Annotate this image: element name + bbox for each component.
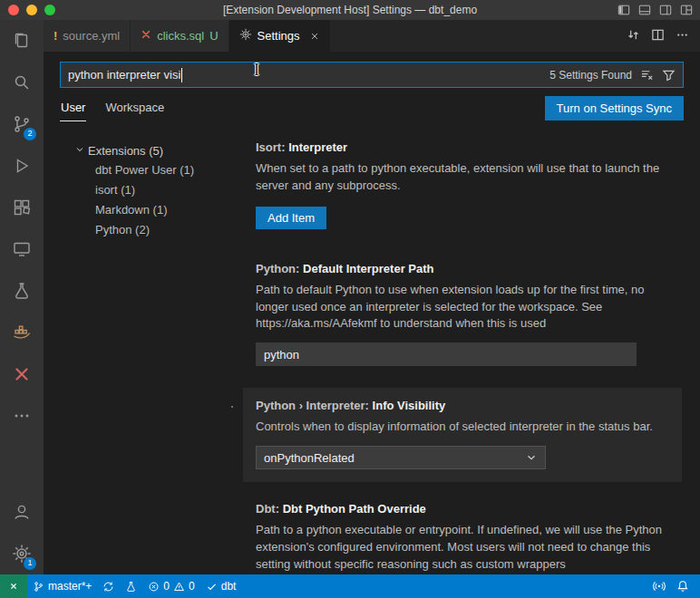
error-count: 0 bbox=[163, 580, 170, 593]
window-controls bbox=[8, 5, 55, 15]
toc-extensions[interactable]: Extensions (5) bbox=[44, 140, 231, 160]
clear-search-results-icon[interactable] bbox=[640, 68, 654, 82]
git-branch-status[interactable]: master*+ bbox=[27, 574, 97, 598]
activity-bar: 2 1 bbox=[0, 20, 44, 574]
search-query-text: python interpreter visi bbox=[68, 68, 180, 82]
warning-icon bbox=[173, 581, 185, 593]
more-views-icon[interactable] bbox=[0, 395, 44, 437]
status-beaker-icon[interactable] bbox=[120, 574, 142, 598]
manage-gear-icon[interactable]: 1 bbox=[0, 533, 44, 574]
select-value: onPythonRelated bbox=[264, 451, 355, 465]
setting-description: Path to a python executable or entrypoin… bbox=[256, 522, 669, 574]
minimize-window-button[interactable] bbox=[26, 5, 37, 15]
editor-actions bbox=[616, 20, 700, 52]
setting-name: Interpreter bbox=[288, 140, 347, 154]
remote-explorer-icon[interactable] bbox=[0, 228, 44, 270]
status-bar-right bbox=[647, 574, 700, 598]
text-caret bbox=[181, 68, 182, 82]
toc-markdown[interactable]: Markdown (1) bbox=[44, 200, 231, 220]
testing-icon[interactable] bbox=[0, 270, 44, 312]
more-actions-icon[interactable] bbox=[676, 28, 689, 44]
notifications-bell-icon[interactable] bbox=[671, 574, 695, 598]
vscode-window: [Extension Development Host] Settings — … bbox=[0, 0, 700, 598]
settings-list: Isort: Interpreter When set to a path to… bbox=[231, 124, 700, 574]
toc-dbt-power-user[interactable]: dbt Power User (1) bbox=[44, 160, 231, 180]
chevron-down-icon bbox=[74, 144, 85, 158]
editor-tab-bar: ! source.yml clicks.sql U Settings bbox=[44, 20, 700, 52]
results-count: 5 Settings Found bbox=[549, 69, 632, 82]
tab-label: Settings bbox=[258, 29, 300, 43]
setting-category: Python: bbox=[256, 262, 299, 275]
status-bar: master*+ 0 0 dbt bbox=[0, 574, 700, 598]
scope-tab-workspace[interactable]: Workspace bbox=[104, 94, 165, 121]
setting-description: Controls when to display information of … bbox=[256, 419, 669, 436]
split-editor-icon[interactable] bbox=[651, 28, 665, 44]
add-item-button[interactable]: Add Item bbox=[256, 207, 326, 229]
broadcast-icon[interactable] bbox=[647, 574, 671, 598]
warning-count: 0 bbox=[189, 580, 195, 593]
info-visibility-select[interactable]: onPythonRelated bbox=[256, 446, 546, 469]
setting-name: Dbt Python Path Override bbox=[283, 502, 426, 516]
filter-icon[interactable] bbox=[662, 68, 676, 82]
dbt-status[interactable]: dbt bbox=[200, 574, 242, 598]
setting-title: Python › Interpreter: Info Visibility bbox=[256, 399, 669, 412]
open-changes-icon[interactable] bbox=[627, 28, 640, 44]
titlebar-layout-controls bbox=[617, 0, 693, 20]
setting-title: Dbt: Dbt Python Path Override bbox=[256, 502, 669, 516]
toc-isort[interactable]: isort (1) bbox=[44, 180, 231, 200]
source-control-badge: 2 bbox=[24, 128, 36, 140]
problems-status[interactable]: 0 0 bbox=[142, 574, 199, 598]
close-window-button[interactable] bbox=[8, 5, 19, 15]
tab-settings[interactable]: Settings bbox=[229, 20, 331, 52]
setting-description: When set to a path to python executable,… bbox=[256, 160, 669, 195]
run-and-debug-icon[interactable] bbox=[0, 145, 44, 187]
settings-search-row: python interpreter visi 5 Settings Found… bbox=[44, 52, 700, 92]
extension-docker-icon[interactable] bbox=[0, 312, 44, 353]
setting-name: Default Interpreter Path bbox=[303, 262, 433, 275]
default-interpreter-path-input[interactable] bbox=[256, 342, 637, 366]
extension-x-icon[interactable] bbox=[0, 353, 44, 395]
titlebar: [Extension Development Host] Settings — … bbox=[0, 0, 700, 20]
search-icon[interactable] bbox=[0, 62, 44, 103]
tab-source-yml[interactable]: ! source.yml bbox=[44, 20, 131, 52]
tab-label: clicks.sql bbox=[157, 29, 204, 43]
toggle-panel-left-icon[interactable] bbox=[617, 4, 630, 16]
extensions-icon[interactable] bbox=[0, 187, 44, 228]
settings-gear-icon bbox=[239, 28, 252, 43]
manage-badge: 1 bbox=[24, 557, 36, 570]
toggle-panel-bottom-icon[interactable] bbox=[638, 4, 651, 16]
settings-editor: python interpreter visi 5 Settings Found… bbox=[44, 52, 700, 574]
settings-toc: Extensions (5) dbt Power User (1) isort … bbox=[44, 124, 231, 574]
tab-clicks-sql[interactable]: clicks.sql U bbox=[131, 20, 228, 52]
setting-dbt-python-path-override: Dbt: Dbt Python Path Override Path to a … bbox=[243, 491, 682, 574]
settings-search-input[interactable]: python interpreter visi 5 Settings Found bbox=[60, 62, 684, 88]
scope-tab-user[interactable]: User bbox=[60, 94, 86, 121]
setting-python-interpreter-info-visibility: Python › Interpreter: Info Visibility Co… bbox=[243, 388, 682, 482]
close-tab-icon[interactable] bbox=[309, 31, 320, 42]
explorer-icon[interactable] bbox=[0, 20, 44, 62]
setting-edit-gear-icon[interactable] bbox=[231, 400, 234, 417]
editor-layout-icon[interactable] bbox=[680, 4, 693, 16]
settings-scope-row: User Workspace Turn on Settings Sync bbox=[44, 92, 700, 124]
git-sync-icon[interactable] bbox=[97, 574, 120, 598]
setting-python-default-interpreter-path: Python: Default Interpreter Path Path to… bbox=[243, 251, 682, 380]
source-control-icon[interactable]: 2 bbox=[0, 103, 44, 145]
turn-on-settings-sync-button[interactable]: Turn on Settings Sync bbox=[545, 96, 684, 121]
chevron-down-icon bbox=[525, 451, 538, 464]
git-branch-icon bbox=[33, 581, 44, 593]
toggle-panel-right-icon[interactable] bbox=[659, 4, 672, 16]
setting-isort-interpreter: Isort: Interpreter When set to a path to… bbox=[243, 130, 682, 242]
setting-title: Python: Default Interpreter Path bbox=[256, 262, 669, 275]
dbt-label: dbt bbox=[221, 580, 237, 593]
git-branch-label: master*+ bbox=[48, 580, 92, 593]
remote-indicator[interactable] bbox=[0, 574, 27, 598]
error-icon bbox=[148, 581, 160, 593]
setting-title: Isort: Interpreter bbox=[256, 140, 669, 154]
toc-root-label: Extensions (5) bbox=[88, 144, 163, 158]
zoom-window-button[interactable] bbox=[44, 5, 55, 15]
git-untracked-badge: U bbox=[209, 29, 218, 43]
tab-label: source.yml bbox=[63, 29, 120, 43]
toc-python[interactable]: Python (2) bbox=[44, 220, 231, 240]
account-icon[interactable] bbox=[0, 491, 44, 533]
setting-name: Info Visibility bbox=[373, 399, 446, 412]
